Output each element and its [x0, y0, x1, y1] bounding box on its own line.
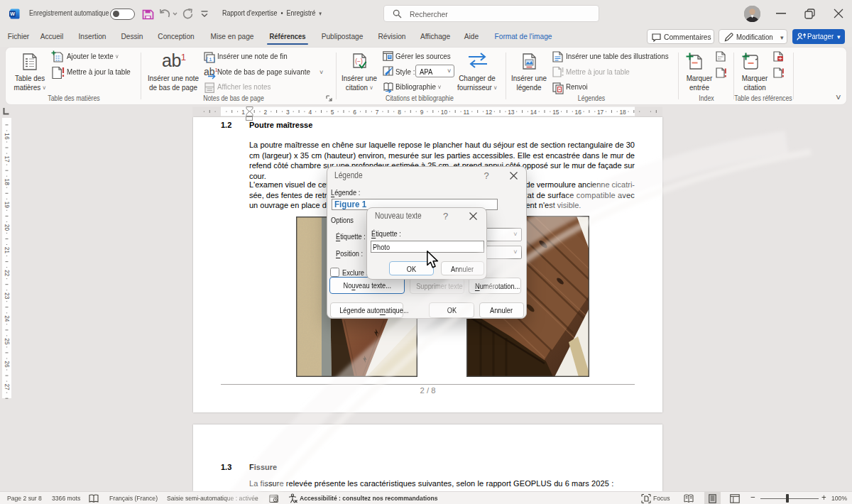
svg-text:[i]: [i] [205, 56, 215, 62]
svg-text:20: 20 [4, 224, 11, 231]
svg-text:18: 18 [4, 179, 11, 186]
svg-text:4: 4 [308, 109, 312, 116]
svg-text:22: 22 [4, 270, 11, 277]
svg-text:27: 27 [4, 383, 11, 390]
svg-text:18: 18 [619, 109, 626, 116]
svg-text:24: 24 [4, 315, 11, 322]
svg-text:26: 26 [4, 361, 11, 368]
svg-text:6: 6 [353, 109, 356, 116]
svg-text:9: 9 [420, 109, 424, 116]
svg-text:16: 16 [4, 133, 11, 140]
svg-text:2: 2 [264, 109, 268, 116]
svg-text:13: 13 [508, 109, 515, 116]
svg-text:15: 15 [552, 109, 559, 116]
svg-text:1: 1 [241, 109, 245, 116]
svg-text:5: 5 [331, 109, 334, 116]
svg-text:17: 17 [597, 109, 604, 116]
svg-text:(−): (−) [355, 57, 363, 65]
svg-text:19: 19 [4, 202, 11, 209]
svg-text:25: 25 [4, 338, 11, 345]
svg-text:23: 23 [4, 292, 11, 300]
svg-text:17: 17 [4, 155, 11, 163]
svg-text:21: 21 [4, 247, 11, 254]
svg-text:14: 14 [530, 109, 537, 116]
svg-text:8: 8 [398, 109, 401, 116]
svg-text:16: 16 [575, 109, 582, 116]
svg-text:12: 12 [486, 109, 493, 116]
svg-text:3: 3 [286, 109, 290, 116]
svg-text:11: 11 [464, 109, 470, 116]
svg-text:W: W [10, 11, 15, 16]
svg-text:7: 7 [376, 109, 379, 116]
svg-text:10: 10 [441, 109, 448, 116]
